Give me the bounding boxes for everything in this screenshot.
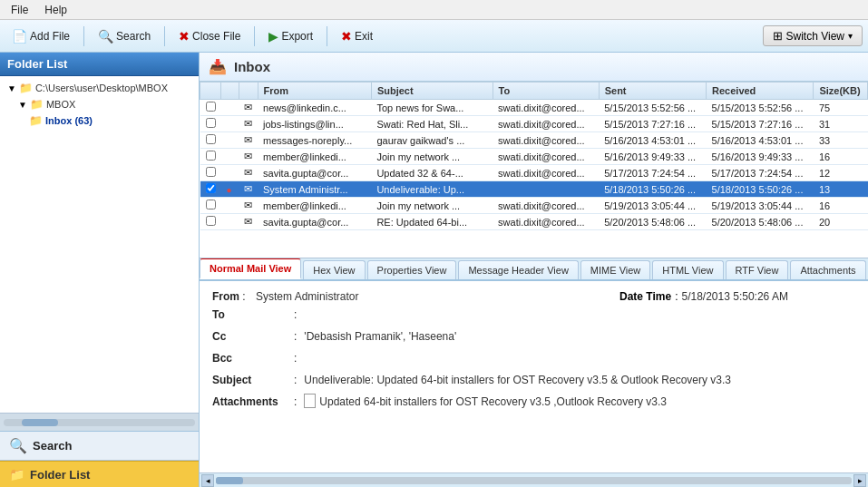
row-checkbox-cell[interactable] — [200, 165, 221, 181]
search-bottom-button[interactable]: 🔍 Search — [0, 432, 199, 461]
inbox-label: Inbox (63) — [45, 115, 93, 126]
col-header-received[interactable]: Received — [707, 83, 814, 100]
mbox-label: MBOX — [46, 99, 75, 110]
left-bottom-panel: 🔍 Search 📁 Folder List — [0, 431, 199, 487]
msg-scroll-track[interactable] — [216, 477, 852, 484]
row-checkbox-cell[interactable] — [200, 116, 221, 132]
left-scrollbar[interactable] — [0, 413, 199, 431]
email-icon: ✉ — [244, 167, 252, 178]
row-subject: RE: Updated 64-bi... — [371, 214, 493, 230]
row-subject: Top news for Swa... — [371, 100, 493, 116]
msg-from-section: From : System Administrator — [212, 290, 619, 303]
search-button[interactable]: 🔍 Search — [92, 26, 157, 46]
col-header-sent[interactable]: Sent — [599, 83, 706, 100]
from-value: System Administrator — [256, 290, 358, 303]
row-att-cell: ✉ — [239, 132, 258, 149]
switch-view-button[interactable]: ⊞ Switch View ▾ — [763, 25, 863, 46]
col-header-check[interactable] — [200, 83, 221, 100]
sep1 — [83, 26, 84, 46]
table-row[interactable]: ✉ member@linkedi... Join my network ... … — [200, 149, 868, 165]
tab-rtf-view[interactable]: RTF View — [726, 260, 789, 279]
row-status-cell — [221, 149, 239, 165]
msg-scrollbar[interactable]: ◂ ▸ — [200, 472, 868, 487]
tab-message-header-view[interactable]: Message Header View — [458, 260, 578, 279]
folder-bottom-label: Folder List — [30, 468, 90, 482]
row-from: jobs-listings@lin... — [258, 116, 371, 132]
row-checkbox-cell[interactable] — [200, 181, 221, 198]
table-row[interactable]: ✉ savita.gupta@cor... Updated 32 & 64-..… — [200, 165, 868, 181]
add-file-button[interactable]: 📄 Add File — [5, 26, 76, 46]
bcc-label: Bcc — [212, 350, 294, 366]
row-checkbox-cell[interactable] — [200, 100, 221, 116]
row-sent: 5/16/2013 9:49:33 ... — [599, 149, 706, 165]
export-button[interactable]: ▶ Export — [262, 26, 319, 46]
row-status-cell: ● — [221, 181, 239, 198]
row-checkbox[interactable] — [206, 102, 216, 112]
row-subject: gaurav gaikwad's ... — [371, 132, 493, 149]
row-received: 5/15/2013 5:52:56 ... — [707, 100, 814, 116]
subject-label: Subject — [212, 372, 294, 388]
tab-mime-view[interactable]: MIME View — [580, 260, 650, 279]
tab-hex-view[interactable]: Hex View — [303, 260, 365, 279]
row-to: swati.dixit@cored... — [493, 132, 599, 149]
h-scroll-track[interactable] — [4, 419, 195, 426]
collapse-icon-mbox: ▼ — [18, 100, 27, 110]
email-table-container[interactable]: From Subject To Sent Received Size(KB) ✉… — [200, 82, 868, 258]
tab-html-view[interactable]: HTML View — [652, 260, 723, 279]
toolbar: 📄 Add File 🔍 Search ✖ Close File ▶ Expor… — [0, 20, 868, 53]
table-row[interactable]: ✉ jobs-listings@lin... Swati: Red Hat, S… — [200, 116, 868, 132]
row-checkbox[interactable] — [206, 200, 216, 209]
tree-node-inbox[interactable]: 📁 Inbox (63) — [4, 112, 195, 129]
col-header-to[interactable]: To — [493, 83, 599, 100]
row-checkbox-cell[interactable] — [200, 198, 221, 214]
col-header-size[interactable]: Size(KB) — [814, 83, 868, 100]
menu-help[interactable]: Help — [41, 3, 71, 17]
close-file-label: Close File — [192, 30, 240, 43]
folder-list-bottom-button[interactable]: 📁 Folder List — [0, 461, 199, 487]
message-view[interactable]: From : System Administrator Date Time : … — [200, 281, 868, 472]
menu-file[interactable]: File — [7, 3, 32, 17]
exit-button[interactable]: ✖ Exit — [335, 26, 379, 46]
msg-subject-row: Subject : Undeliverable: Updated 64-bit … — [212, 372, 855, 388]
col-header-att[interactable] — [239, 83, 258, 100]
table-row[interactable]: ✉ savita.gupta@cor... RE: Updated 64-bi.… — [200, 214, 868, 230]
row-checkbox-cell[interactable] — [200, 214, 221, 230]
scroll-left-btn[interactable]: ◂ — [201, 474, 214, 487]
table-row[interactable]: ● ✉ System Administr... Undeliverable: U… — [200, 181, 868, 198]
row-checkbox-cell[interactable] — [200, 132, 221, 149]
tree-node-mbox[interactable]: ▼ 📁 MBOX — [4, 96, 195, 112]
row-status-cell — [221, 214, 239, 230]
scroll-right-btn[interactable]: ▸ — [853, 474, 866, 487]
table-row[interactable]: ✉ news@linkedin.c... Top news for Swa...… — [200, 100, 868, 116]
row-checkbox[interactable] — [206, 118, 216, 128]
row-checkbox[interactable] — [206, 151, 216, 161]
email-icon: ✉ — [244, 118, 252, 129]
close-file-button[interactable]: ✖ Close File — [172, 26, 247, 46]
row-att-cell: ✉ — [239, 198, 258, 214]
row-checkbox[interactable] — [206, 183, 216, 193]
row-subject: Join my network ... — [371, 149, 493, 165]
add-file-label: Add File — [30, 30, 70, 43]
row-to: swati.dixit@cored... — [493, 116, 599, 132]
tab-properties-view[interactable]: Properties View — [367, 260, 457, 279]
row-checkbox[interactable] — [206, 216, 216, 226]
table-row[interactable]: ✉ member@linkedi... Join my network ... … — [200, 198, 868, 214]
row-checkbox[interactable] — [206, 167, 216, 177]
row-att-cell: ✉ — [239, 214, 258, 230]
tree-node-root[interactable]: ▼ 📁 C:\Users\user\Desktop\MBOX — [4, 80, 195, 96]
table-header-row: From Subject To Sent Received Size(KB) — [200, 83, 868, 100]
row-sent: 5/15/2013 7:27:16 ... — [599, 116, 706, 132]
row-received: 5/15/2013 7:27:16 ... — [707, 116, 814, 132]
row-att-cell: ✉ — [239, 165, 258, 181]
row-checkbox[interactable] — [206, 134, 216, 144]
col-header-from[interactable]: From — [258, 83, 371, 100]
col-header-icon[interactable] — [221, 83, 239, 100]
inbox-header: 📥 Inbox — [200, 53, 868, 82]
tab-attachments[interactable]: Attachments — [790, 260, 865, 279]
tab-normal-mail-view[interactable]: Normal Mail View — [200, 258, 301, 279]
table-row[interactable]: ✉ messages-noreply... gaurav gaikwad's .… — [200, 132, 868, 149]
row-checkbox-cell[interactable] — [200, 149, 221, 165]
row-subject: Join my network ... — [371, 198, 493, 214]
col-header-subject[interactable]: Subject — [371, 83, 493, 100]
row-received: 5/19/2013 3:05:44 ... — [707, 198, 814, 214]
